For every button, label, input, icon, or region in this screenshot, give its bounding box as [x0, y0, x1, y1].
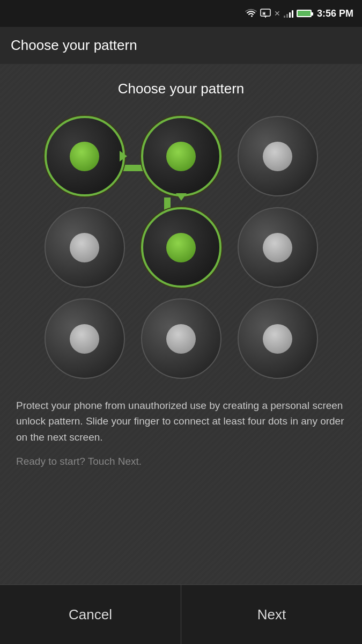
status-time: 3:56 PM — [317, 8, 353, 19]
description-text: Protect your phone from unauthorized use… — [16, 398, 346, 445]
pattern-grid[interactable] — [42, 116, 321, 379]
dot-inner-6 — [70, 324, 99, 354]
pattern-dot-0[interactable] — [45, 116, 125, 196]
arrow-down-icon — [176, 193, 187, 201]
pattern-dot-2[interactable] — [238, 116, 318, 196]
dot-inner-8 — [263, 324, 292, 354]
battery-icon — [297, 10, 312, 17]
status-icons: ▣ ✕ 3:56 PM — [245, 8, 353, 19]
x-indicator: ✕ — [274, 9, 280, 18]
pattern-dot-6[interactable] — [45, 298, 125, 379]
bottom-bar: Cancel Next — [0, 584, 362, 644]
cancel-button[interactable]: Cancel — [0, 585, 181, 644]
dot-inner-1 — [166, 142, 196, 171]
signal-icon — [284, 9, 293, 18]
top-bar: Choose your pattern — [0, 27, 362, 64]
next-button[interactable]: Next — [181, 585, 362, 644]
wifi-icon — [245, 9, 257, 18]
pattern-dot-1[interactable] — [141, 116, 221, 196]
status-bar: ▣ ✕ 3:56 PM — [0, 0, 362, 27]
page-heading: Choose your pattern — [16, 80, 346, 97]
svg-text:▣: ▣ — [262, 11, 266, 15]
dot-inner-7 — [166, 324, 196, 354]
dot-inner-0 — [70, 142, 99, 171]
pattern-dot-4[interactable] — [141, 207, 221, 288]
pattern-dot-3[interactable] — [45, 207, 125, 288]
pattern-dot-8[interactable] — [238, 298, 318, 379]
dot-inner-3 — [70, 233, 99, 262]
arrow-right-icon — [120, 151, 127, 162]
main-content: Choose your pattern — [0, 64, 362, 584]
page-title: Choose your pattern — [11, 37, 137, 54]
pattern-dot-5[interactable] — [238, 207, 318, 288]
dot-inner-5 — [263, 233, 292, 262]
dot-inner-2 — [263, 142, 292, 171]
display-icon: ▣ — [260, 9, 271, 18]
ready-text: Ready to start? Touch Next. — [16, 456, 346, 467]
pattern-dot-7[interactable] — [141, 298, 221, 379]
dot-inner-4 — [166, 233, 196, 262]
